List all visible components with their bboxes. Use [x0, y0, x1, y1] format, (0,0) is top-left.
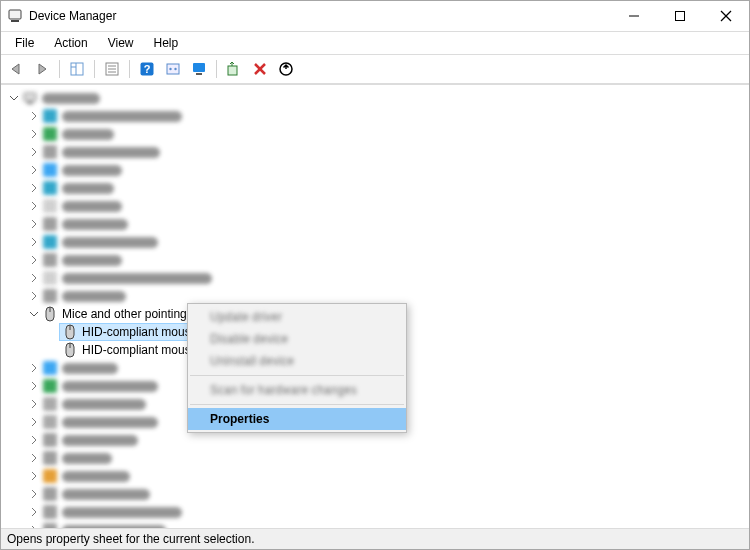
- back-icon[interactable]: [5, 58, 27, 80]
- svg-rect-0: [9, 10, 21, 19]
- chevron-down-icon[interactable]: [27, 307, 41, 321]
- cm-disable-device[interactable]: Disable device: [188, 328, 406, 350]
- svg-rect-15: [167, 64, 179, 74]
- category-blurred[interactable]: [5, 161, 749, 179]
- menu-action[interactable]: Action: [46, 34, 95, 52]
- category-blurred[interactable]: [5, 485, 749, 503]
- chevron-right-icon[interactable]: [27, 127, 41, 141]
- menu-view[interactable]: View: [100, 34, 142, 52]
- device-icon: [42, 180, 58, 196]
- forward-icon[interactable]: [31, 58, 53, 80]
- statusbar: Opens property sheet for the current sel…: [1, 529, 749, 549]
- category-blurred[interactable]: [5, 143, 749, 161]
- category-blurred[interactable]: [5, 251, 749, 269]
- tree-root[interactable]: [5, 89, 749, 107]
- category-blurred[interactable]: [5, 197, 749, 215]
- chevron-right-icon[interactable]: [27, 451, 41, 465]
- device-icon: [42, 252, 58, 268]
- device-icon: [42, 468, 58, 484]
- chevron-right-icon[interactable]: [27, 397, 41, 411]
- device-icon: [42, 432, 58, 448]
- svg-point-16: [169, 68, 171, 70]
- cm-separator: [190, 404, 404, 405]
- scan-hardware-icon[interactable]: [223, 58, 245, 80]
- cm-separator: [190, 375, 404, 376]
- category-blurred[interactable]: [5, 215, 749, 233]
- show-hidden-icon[interactable]: [162, 58, 184, 80]
- category-blurred[interactable]: [5, 125, 749, 143]
- chevron-right-icon[interactable]: [27, 271, 41, 285]
- device-icon: [42, 378, 58, 394]
- category-blurred[interactable]: [5, 521, 749, 528]
- show-hide-tree-icon[interactable]: [66, 58, 88, 80]
- properties-icon[interactable]: [101, 58, 123, 80]
- svg-rect-19: [196, 73, 202, 75]
- device-icon: [42, 108, 58, 124]
- category-blurred[interactable]: [5, 467, 749, 485]
- chevron-right-icon[interactable]: [27, 415, 41, 429]
- maximize-button[interactable]: [657, 1, 703, 31]
- device-icon: [42, 504, 58, 520]
- window-title: Device Manager: [29, 9, 116, 23]
- chevron-right-icon[interactable]: [27, 109, 41, 123]
- mouse-icon: [62, 342, 78, 358]
- category-blurred[interactable]: [5, 431, 749, 449]
- device-icon: [42, 288, 58, 304]
- chevron-right-icon[interactable]: [27, 235, 41, 249]
- svg-rect-20: [228, 66, 237, 75]
- chevron-right-icon[interactable]: [27, 163, 41, 177]
- category-blurred[interactable]: [5, 503, 749, 521]
- mouse-icon: [62, 324, 78, 340]
- toolbar: ?: [1, 54, 749, 84]
- uninstall-icon[interactable]: [249, 58, 271, 80]
- category-blurred[interactable]: [5, 179, 749, 197]
- chevron-right-icon[interactable]: [27, 487, 41, 501]
- device-icon: [42, 360, 58, 376]
- device-icon: [42, 234, 58, 250]
- device-icon: [42, 126, 58, 142]
- chevron-right-icon[interactable]: [27, 469, 41, 483]
- chevron-right-icon[interactable]: [27, 199, 41, 213]
- category-blurred[interactable]: [5, 233, 749, 251]
- device-icon: [42, 162, 58, 178]
- chevron-right-icon[interactable]: [27, 379, 41, 393]
- category-blurred[interactable]: [5, 449, 749, 467]
- category-blurred[interactable]: [5, 107, 749, 125]
- minimize-button[interactable]: [611, 1, 657, 31]
- help-icon[interactable]: ?: [136, 58, 158, 80]
- chevron-down-icon[interactable]: [7, 91, 21, 105]
- menu-help[interactable]: Help: [146, 34, 187, 52]
- chevron-right-icon[interactable]: [27, 433, 41, 447]
- chevron-right-icon[interactable]: [27, 289, 41, 303]
- svg-text:?: ?: [144, 63, 151, 75]
- device-icon: [42, 144, 58, 160]
- svg-rect-1: [11, 20, 19, 22]
- cm-scan-hardware[interactable]: Scan for hardware changes: [188, 379, 406, 401]
- cm-properties[interactable]: Properties: [188, 408, 406, 430]
- chevron-right-icon[interactable]: [27, 217, 41, 231]
- chevron-right-icon[interactable]: [27, 253, 41, 267]
- cm-update-driver[interactable]: Update driver: [188, 306, 406, 328]
- chevron-right-icon[interactable]: [27, 361, 41, 375]
- content-area: Mice and other pointing devices HID-comp…: [1, 84, 749, 529]
- cm-uninstall-device[interactable]: Uninstall device: [188, 350, 406, 372]
- statusbar-text: Opens property sheet for the current sel…: [7, 532, 254, 546]
- device-icon: [42, 270, 58, 286]
- device-icon: [42, 486, 58, 502]
- app-icon: [7, 8, 23, 24]
- category-blurred[interactable]: [5, 269, 749, 287]
- chevron-right-icon[interactable]: [27, 523, 41, 528]
- update-driver-icon[interactable]: [275, 58, 297, 80]
- toolbar-separator: [216, 60, 217, 78]
- chevron-right-icon[interactable]: [27, 145, 41, 159]
- chevron-right-icon[interactable]: [27, 181, 41, 195]
- svg-rect-3: [676, 12, 685, 21]
- svg-rect-24: [24, 93, 36, 101]
- monitor-icon[interactable]: [188, 58, 210, 80]
- device-icon: [42, 450, 58, 466]
- device-icon: [42, 198, 58, 214]
- menu-file[interactable]: File: [7, 34, 42, 52]
- device-tree[interactable]: Mice and other pointing devices HID-comp…: [1, 85, 749, 528]
- close-button[interactable]: [703, 1, 749, 31]
- chevron-right-icon[interactable]: [27, 505, 41, 519]
